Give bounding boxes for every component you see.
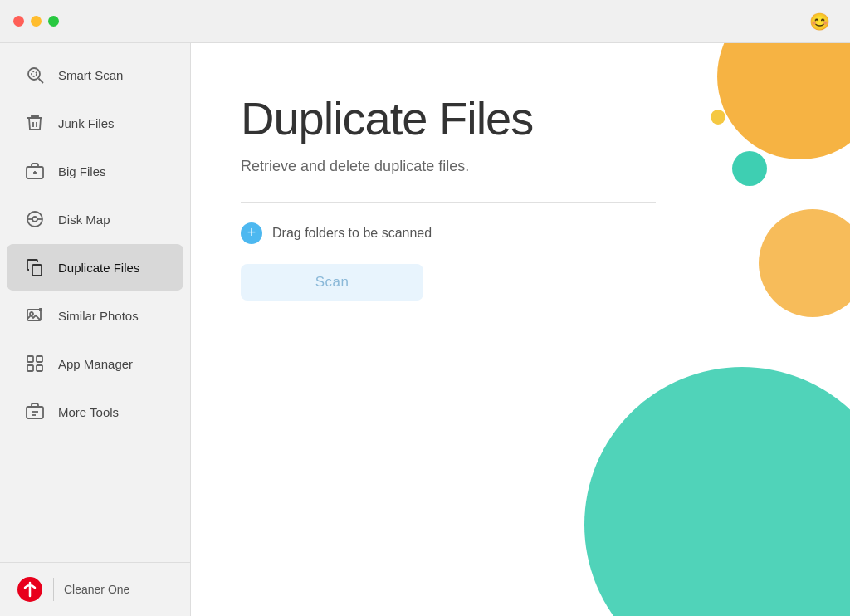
page-title: Duplicate Files: [241, 93, 800, 144]
drop-zone-row: + Drag folders to be scanned: [241, 222, 800, 244]
deco-teal-large: [584, 367, 850, 616]
sidebar-item-disk-map[interactable]: Disk Map: [7, 196, 183, 242]
sidebar-nav: Smart Scan Junk Files: [0, 43, 190, 562]
big-files-label: Big Files: [58, 164, 106, 178]
brand-text: Cleaner One: [64, 583, 129, 596]
brand-divider: [53, 578, 54, 601]
svg-rect-16: [27, 356, 33, 362]
title-bar: 😊: [0, 0, 850, 43]
svg-rect-18: [27, 365, 33, 371]
more-tools-icon: [23, 400, 46, 423]
sidebar-item-smart-scan[interactable]: Smart Scan: [7, 51, 183, 98]
minimize-button[interactable]: [31, 16, 42, 27]
app-manager-icon: [23, 352, 46, 375]
svg-rect-12: [32, 265, 42, 276]
junk-files-label: Junk Files: [58, 116, 115, 130]
sidebar-item-similar-photos[interactable]: Similar Photos: [7, 292, 183, 339]
sidebar: Smart Scan Junk Files: [0, 43, 191, 616]
trend-micro-logo: [17, 576, 43, 603]
sidebar-item-duplicate-files[interactable]: Duplicate Files: [7, 244, 183, 291]
maximize-button[interactable]: [48, 16, 59, 27]
svg-line-1: [39, 79, 44, 84]
disk-map-label: Disk Map: [58, 213, 110, 227]
disk-map-icon: [23, 208, 46, 231]
main-content: Duplicate Files Retrieve and delete dupl…: [191, 43, 850, 616]
svg-rect-20: [27, 407, 43, 418]
svg-rect-19: [37, 365, 42, 371]
window-controls: [13, 16, 59, 27]
svg-point-2: [32, 71, 37, 76]
smart-scan-icon: [23, 63, 46, 86]
svg-rect-15: [39, 308, 42, 311]
sidebar-item-junk-files[interactable]: Junk Files: [7, 100, 183, 146]
svg-point-0: [28, 68, 40, 80]
sidebar-item-app-manager[interactable]: App Manager: [7, 340, 183, 387]
app-manager-label: App Manager: [58, 357, 133, 371]
content-divider: [241, 202, 656, 203]
add-folder-button[interactable]: +: [241, 222, 262, 244]
more-tools-label: More Tools: [58, 405, 119, 419]
duplicate-files-label: Duplicate Files: [58, 261, 139, 275]
big-files-icon: [23, 159, 46, 183]
similar-photos-icon: [23, 304, 46, 327]
sidebar-item-big-files[interactable]: Big Files: [7, 148, 183, 194]
sidebar-item-more-tools[interactable]: More Tools: [7, 389, 183, 435]
junk-files-icon: [23, 111, 46, 134]
duplicate-files-icon: [23, 256, 46, 279]
scan-button[interactable]: Scan: [241, 264, 423, 301]
app-body: Smart Scan Junk Files: [0, 43, 850, 616]
drop-zone-label: Drag folders to be scanned: [272, 226, 432, 241]
sidebar-footer: Cleaner One: [0, 562, 190, 616]
page-subtitle: Retrieve and delete duplicate files.: [241, 158, 800, 175]
close-button[interactable]: [13, 16, 24, 27]
svg-point-9: [32, 217, 37, 222]
smart-scan-label: Smart Scan: [58, 68, 123, 82]
svg-rect-17: [37, 356, 42, 362]
app-icon: 😊: [809, 12, 830, 32]
similar-photos-label: Similar Photos: [58, 309, 139, 323]
